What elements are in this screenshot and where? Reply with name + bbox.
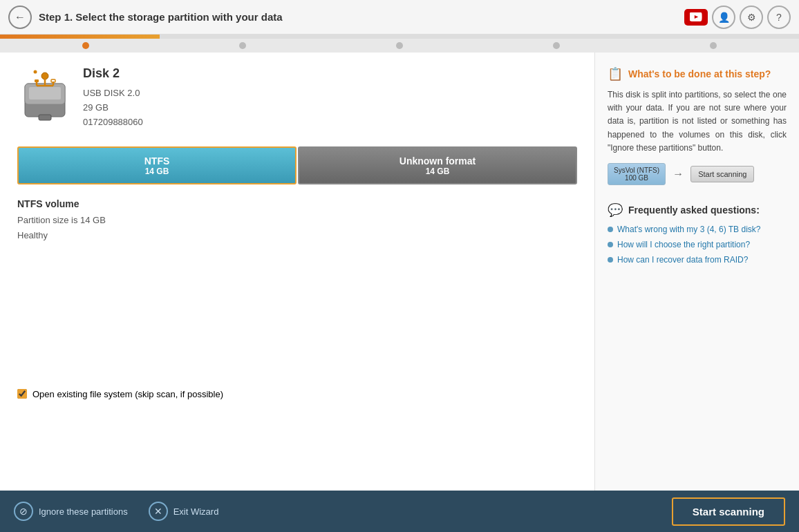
scan-demo: SysVol (NTFS) 100 GB → Start scanning: [608, 163, 787, 185]
faq-item-0: What's wrong with my 3 (4, 6) TB disk?: [608, 225, 787, 234]
usb-drive-icon: [19, 66, 71, 122]
step-description: Select the storage partition with your d…: [75, 11, 282, 23]
faq-link-0[interactable]: What's wrong with my 3 (4, 6) TB disk?: [617, 225, 760, 234]
svg-point-3: [41, 73, 48, 79]
header: ← Step 1. Select the storage partition w…: [0, 0, 799, 35]
back-button[interactable]: ←: [8, 6, 32, 29]
disk-info: Disk 2 USB DISK 2.0 29 GB 017209888060: [17, 66, 577, 129]
disk-details: Disk 2 USB DISK 2.0 29 GB 017209888060: [83, 66, 143, 129]
checkbox-row: Open existing file system (skip scan, if…: [17, 382, 577, 399]
scan-demo-volume: SysVol (NTFS) 100 GB: [608, 163, 666, 185]
svg-point-10: [33, 70, 37, 74]
progress-steps: [0, 39, 799, 53]
svg-rect-11: [39, 115, 51, 120]
faq-item-2: How can I recover data from RAID?: [608, 255, 787, 265]
svg-rect-8: [35, 79, 39, 82]
help-section: 📋 What's to be done at this step? This d…: [608, 66, 787, 185]
disk-serial: 017209888060: [83, 115, 143, 130]
progress-step-5: [710, 42, 717, 49]
header-icons: 👤 ⚙ ?: [684, 6, 791, 29]
user-button[interactable]: 👤: [712, 6, 735, 29]
help-title-text: What's to be done at this step?: [628, 68, 771, 79]
help-section-icon: 📋: [608, 66, 623, 82]
partition-container: NTFS 14 GB Unknown format 14 GB: [17, 146, 577, 184]
scan-vol-line1: SysVol (NTFS): [614, 167, 659, 174]
step-label: Step 1.: [39, 11, 73, 23]
scan-demo-button[interactable]: Start scanning: [690, 166, 754, 182]
question-icon: ?: [776, 12, 782, 23]
disk-title: Disk 2: [83, 66, 143, 81]
ignore-icon: ⊘: [14, 502, 33, 521]
start-label: Start scanning: [693, 506, 764, 517]
progress-step-4: [553, 42, 560, 49]
volume-size: Partition size is 14 GB: [17, 213, 577, 228]
help-button[interactable]: ?: [767, 6, 791, 29]
youtube-icon: [690, 12, 702, 22]
main-content: Disk 2 USB DISK 2.0 29 GB 017209888060 N…: [0, 53, 799, 491]
left-panel: Disk 2 USB DISK 2.0 29 GB 017209888060 N…: [0, 53, 595, 491]
progress-step-1: [82, 42, 89, 49]
progress-step-2: [239, 42, 246, 49]
scan-vol-line2: 100 GB: [614, 174, 659, 182]
volume-status: Healthy: [17, 228, 577, 243]
svg-rect-2: [29, 87, 61, 99]
start-scanning-button[interactable]: Start scanning: [672, 497, 785, 526]
header-title: Step 1. Select the storage partition wit…: [39, 11, 677, 23]
exit-icon: ✕: [149, 502, 168, 521]
faq-list: What's wrong with my 3 (4, 6) TB disk? H…: [608, 225, 787, 265]
progress-bar-container: [0, 35, 799, 39]
help-description: This disk is split into partitions, so s…: [608, 88, 787, 155]
footer: ⊘ Ignore these partitions ✕ Exit Wizard …: [0, 491, 799, 532]
volume-info: NTFS volume Partition size is 14 GB Heal…: [17, 198, 577, 243]
exit-label: Exit Wizard: [173, 506, 219, 517]
right-panel: 📋 What's to be done at this step? This d…: [595, 53, 799, 491]
ignore-label: Ignore these partitions: [39, 506, 128, 517]
help-title-row: 📋 What's to be done at this step?: [608, 66, 787, 82]
faq-link-2[interactable]: How can I recover data from RAID?: [617, 255, 748, 265]
user-icon: 👤: [718, 12, 730, 23]
back-icon: ←: [15, 11, 26, 23]
disk-icon-container: [17, 66, 73, 122]
progress-step-3: [396, 42, 403, 49]
partition-ntfs[interactable]: NTFS 14 GB: [17, 146, 297, 184]
open-filesystem-checkbox[interactable]: [17, 389, 27, 399]
faq-item-1: How will I choose the right partition?: [608, 240, 787, 249]
disk-type: USB DISK 2.0: [83, 86, 143, 101]
volume-title: NTFS volume: [17, 198, 577, 209]
partition-ntfs-size: 14 GB: [145, 167, 169, 176]
faq-title-text: Frequently asked questions:: [628, 205, 760, 216]
partition-unknown-name: Unknown format: [400, 155, 476, 167]
faq-dot-1: [608, 242, 613, 247]
partition-unknown-size: 14 GB: [426, 167, 450, 176]
faq-dot-2: [608, 257, 613, 263]
faq-section-icon: 💬: [608, 202, 623, 218]
youtube-button[interactable]: [684, 9, 708, 26]
faq-dot-0: [608, 227, 613, 232]
progress-bar-fill: [0, 35, 160, 39]
partition-ntfs-name: NTFS: [144, 155, 170, 167]
checkbox-label: Open existing file system (skip scan, if…: [32, 389, 223, 399]
scan-arrow-icon: →: [673, 168, 684, 180]
partition-unknown[interactable]: Unknown format 14 GB: [298, 146, 577, 184]
faq-section: 💬 Frequently asked questions: What's wro…: [608, 202, 787, 265]
footer-left: ⊘ Ignore these partitions ✕ Exit Wizard: [14, 502, 651, 521]
svg-rect-9: [51, 79, 55, 82]
exit-wizard-button[interactable]: ✕ Exit Wizard: [149, 502, 219, 521]
ignore-partitions-button[interactable]: ⊘ Ignore these partitions: [14, 502, 128, 521]
disk-size: 29 GB: [83, 101, 143, 115]
settings-button[interactable]: ⚙: [740, 6, 763, 29]
gear-icon: ⚙: [747, 12, 756, 23]
faq-title-row: 💬 Frequently asked questions:: [608, 202, 787, 218]
faq-link-1[interactable]: How will I choose the right partition?: [617, 240, 750, 249]
